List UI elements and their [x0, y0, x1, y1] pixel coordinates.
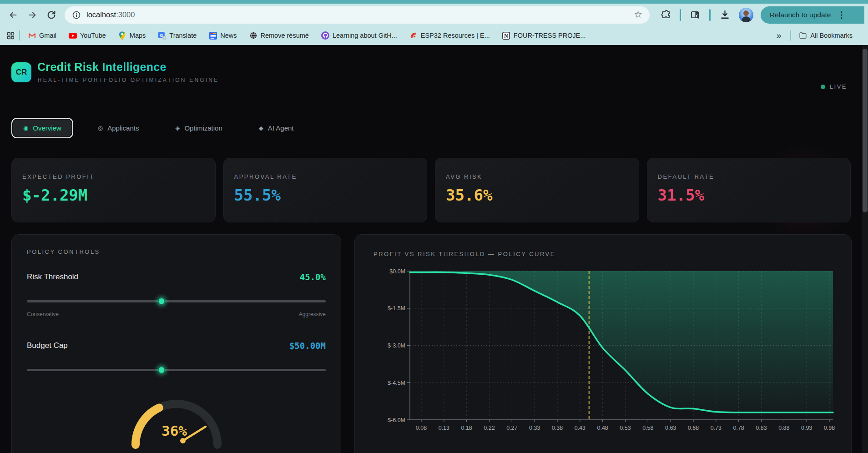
- tab-overview[interactable]: ◉Overview: [11, 118, 73, 138]
- risk-slider-thumb[interactable]: [157, 297, 165, 305]
- extensions-button[interactable]: [656, 6, 675, 24]
- kpi-label: DEFAULT RATE: [658, 173, 840, 180]
- svg-text:0.38: 0.38: [552, 425, 563, 431]
- tab-label: Overview: [33, 124, 61, 132]
- nav-tabs: ◉Overview◎Applicants◈Optimization◆AI Age…: [11, 118, 306, 138]
- tab-glyph-icon: ◎: [98, 125, 103, 131]
- kpi-card-avg-risk: AVG RISK35.6%: [435, 158, 639, 222]
- risk-threshold-value: 45.0%: [300, 272, 326, 282]
- svg-text:$-1.5M: $-1.5M: [388, 305, 405, 312]
- risk-threshold-slider[interactable]: [27, 297, 326, 305]
- bookmark-star-icon[interactable]: ☆: [634, 9, 642, 20]
- svg-text:0.18: 0.18: [461, 425, 472, 431]
- tab-label: Applicants: [107, 124, 139, 132]
- all-bookmarks-button[interactable]: All Bookmarks: [796, 30, 856, 41]
- downloads-button[interactable]: [715, 6, 734, 24]
- bookmark-item[interactable]: YouTube: [66, 30, 109, 41]
- tab-search-button[interactable]: [686, 6, 705, 24]
- risk-gauge: 36%: [12, 385, 341, 453]
- back-button[interactable]: [4, 6, 23, 24]
- live-dot-icon: [821, 85, 825, 89]
- live-indicator: LIVE: [821, 83, 847, 90]
- tab-label: AI Agent: [268, 124, 294, 132]
- svg-text:0.58: 0.58: [642, 425, 653, 431]
- risk-threshold-control: Risk Threshold 45.0% Conservative Aggres…: [27, 272, 326, 317]
- toolbar-separator: [680, 9, 681, 21]
- bookmark-label: News: [220, 32, 237, 39]
- svg-text:0.63: 0.63: [665, 425, 676, 431]
- conservative-label: Conservative: [27, 311, 59, 317]
- scrollbar-thumb[interactable]: [863, 49, 868, 212]
- tab-optimization[interactable]: ◈Optimization: [163, 118, 234, 138]
- budget-slider-thumb[interactable]: [157, 366, 165, 374]
- gauge-value: 36%: [161, 423, 187, 439]
- toolbar-separator: [709, 9, 711, 21]
- bookmark-item[interactable]: Maps: [115, 30, 149, 41]
- bookmarks-separator: [19, 30, 20, 40]
- url-bar[interactable]: localhost:3000 ☆: [65, 6, 650, 24]
- github-icon: [321, 31, 329, 40]
- bookmark-item[interactable]: G文Translate: [155, 30, 200, 41]
- kpi-card-approval-rate: APPROVAL RATE55.5%: [223, 158, 428, 222]
- esp32-icon: [409, 31, 418, 40]
- svg-text:0.22: 0.22: [484, 425, 495, 431]
- relaunch-to-update-button[interactable]: Relaunch to update ⋮: [761, 6, 864, 24]
- chrome-menu-icon[interactable]: ⋮: [837, 10, 846, 20]
- svg-text:0.33: 0.33: [529, 425, 540, 431]
- bookmark-label: Remove résumé: [261, 32, 309, 39]
- risk-threshold-label: Risk Threshold: [27, 272, 78, 282]
- url-port: :3000: [116, 10, 135, 19]
- bookmarks-bar: GmailYouTubeMapsG文TranslateNewsRemove ré…: [0, 26, 868, 45]
- kpi-value: 55.5%: [234, 186, 417, 204]
- budget-cap-control: Budget Cap $50.00M: [27, 341, 326, 374]
- bookmark-item[interactable]: Gmail: [25, 30, 60, 41]
- tab-applicants[interactable]: ◎Applicants: [86, 118, 151, 138]
- kpi-card-default-rate: DEFAULT RATE31.5%: [647, 158, 851, 222]
- bookmarks-overflow-button[interactable]: »: [772, 30, 786, 40]
- bookmark-item[interactable]: Remove résumé: [246, 30, 312, 41]
- kpi-label: AVG RISK: [446, 173, 628, 180]
- bookmark-label: Gmail: [39, 32, 56, 39]
- bookmark-label: YouTube: [80, 32, 106, 39]
- budget-cap-slider[interactable]: [27, 366, 326, 374]
- apps-grid-icon[interactable]: [6, 31, 15, 40]
- bookmarks-separator: [790, 30, 791, 40]
- svg-text:N: N: [505, 33, 509, 39]
- reload-button[interactable]: [42, 6, 61, 24]
- svg-text:0.13: 0.13: [439, 425, 449, 431]
- svg-text:$-6.0M: $-6.0M: [388, 417, 405, 423]
- kpi-value: $-2.29M: [22, 186, 205, 204]
- bookmark-item[interactable]: Learning about GitH...: [318, 30, 400, 41]
- window-frame: [0, 0, 868, 4]
- svg-text:0.83: 0.83: [756, 425, 767, 431]
- budget-cap-label: Budget Cap: [27, 341, 68, 350]
- svg-text:0.43: 0.43: [575, 425, 585, 431]
- tab-glyph-icon: ◈: [175, 125, 180, 131]
- forward-arrow-icon: [27, 10, 37, 20]
- news-icon: [209, 31, 217, 40]
- profile-avatar[interactable]: [739, 8, 753, 22]
- scrollbar-track[interactable]: [862, 45, 868, 453]
- svg-text:0.98: 0.98: [824, 425, 835, 431]
- budget-cap-value: $50.00M: [289, 341, 326, 351]
- kpi-value: 31.5%: [658, 186, 840, 204]
- tab-ai-agent[interactable]: ◆AI Agent: [247, 118, 306, 138]
- forward-button[interactable]: [23, 6, 42, 24]
- bookmark-item[interactable]: NFOUR-TRESS PROJE...: [499, 30, 589, 41]
- live-label: LIVE: [830, 83, 847, 90]
- bookmark-item[interactable]: News: [206, 30, 240, 41]
- globe-icon: [249, 31, 257, 40]
- url-host: localhost: [86, 10, 116, 19]
- aggressive-label: Aggressive: [299, 311, 326, 317]
- relaunch-label: Relaunch to update: [770, 11, 831, 19]
- maps-icon: [118, 31, 126, 40]
- dashboard-page: CR Credit Risk Intelligence REAL-TIME PO…: [0, 45, 868, 453]
- bookmark-item[interactable]: ESP32 Resources | E...: [406, 30, 493, 41]
- kpi-value: 35.6%: [446, 186, 628, 204]
- svg-text:0.53: 0.53: [620, 425, 631, 431]
- page-subtitle: REAL-TIME PORTFOLIO OPTIMIZATION ENGINE: [38, 77, 219, 83]
- svg-text:0.93: 0.93: [801, 425, 812, 431]
- tab-glyph-icon: ◉: [23, 125, 28, 131]
- notion-icon: N: [502, 31, 510, 40]
- site-info-icon[interactable]: [72, 10, 81, 20]
